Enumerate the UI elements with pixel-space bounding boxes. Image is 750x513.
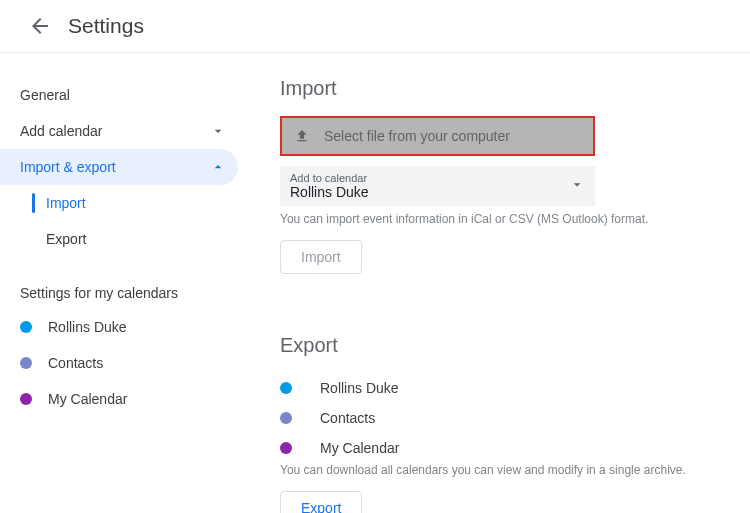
export-calendar-item: Contacts: [280, 403, 726, 433]
page-title: Settings: [68, 14, 144, 38]
sidebar-calendar-item[interactable]: My Calendar: [0, 381, 238, 417]
sidebar-item-label: Export: [46, 231, 86, 247]
calendar-name: My Calendar: [320, 440, 399, 456]
chevron-wrap: [569, 177, 585, 196]
calendar-color-dot: [20, 357, 32, 369]
calendar-color-dot: [280, 412, 292, 424]
sidebar-sub-export[interactable]: Export: [0, 221, 238, 257]
sidebar-item-label: General: [20, 87, 70, 103]
select-file-label: Select file from your computer: [324, 128, 510, 144]
export-button[interactable]: Export: [280, 491, 362, 513]
sidebar-item-label: Import: [46, 195, 86, 211]
import-helper-text: You can import event information in iCal…: [280, 212, 726, 226]
select-file-button[interactable]: Select file from your computer: [280, 116, 595, 156]
sidebar-item-add-calendar[interactable]: Add calendar: [0, 113, 238, 149]
upload-icon: [294, 128, 310, 144]
export-section-title: Export: [280, 334, 726, 357]
add-to-calendar-select[interactable]: Add to calendar Rollins Duke: [280, 166, 595, 206]
add-to-calendar-label: Add to calendar: [290, 172, 585, 184]
sidebar: General Add calendar Import & export Imp…: [0, 53, 250, 513]
sidebar-calendar-item[interactable]: Contacts: [0, 345, 238, 381]
chevron-down-icon: [210, 123, 226, 139]
export-calendar-item: My Calendar: [280, 433, 726, 463]
calendar-name: Rollins Duke: [48, 319, 127, 335]
add-to-calendar-value: Rollins Duke: [290, 184, 585, 200]
calendar-name: Rollins Duke: [320, 380, 399, 396]
sidebar-item-general[interactable]: General: [0, 77, 238, 113]
sidebar-item-label: Import & export: [20, 159, 116, 175]
header: Settings: [0, 0, 750, 53]
content: General Add calendar Import & export Imp…: [0, 53, 750, 513]
calendar-color-dot: [20, 321, 32, 333]
calendar-color-dot: [280, 382, 292, 394]
export-section: Export Rollins Duke Contacts My Calendar…: [280, 334, 726, 513]
export-calendar-item: Rollins Duke: [280, 373, 726, 403]
export-helper-text: You can download all calendars you can v…: [280, 463, 726, 477]
chevron-up-icon: [210, 159, 226, 175]
calendar-color-dot: [20, 393, 32, 405]
sidebar-calendar-item[interactable]: Rollins Duke: [0, 309, 238, 345]
chevron-down-icon: [569, 177, 585, 193]
calendar-color-dot: [280, 442, 292, 454]
main: Import Select file from your computer Ad…: [250, 53, 750, 513]
back-arrow-icon[interactable]: [28, 14, 52, 38]
sidebar-item-label: Add calendar: [20, 123, 103, 139]
calendar-name: My Calendar: [48, 391, 127, 407]
calendar-name: Contacts: [320, 410, 375, 426]
import-button: Import: [280, 240, 362, 274]
sidebar-sub-import[interactable]: Import: [0, 185, 238, 221]
import-section-title: Import: [280, 77, 726, 100]
sidebar-item-import-export[interactable]: Import & export: [0, 149, 238, 185]
my-calendars-label: Settings for my calendars: [0, 257, 238, 309]
calendar-name: Contacts: [48, 355, 103, 371]
